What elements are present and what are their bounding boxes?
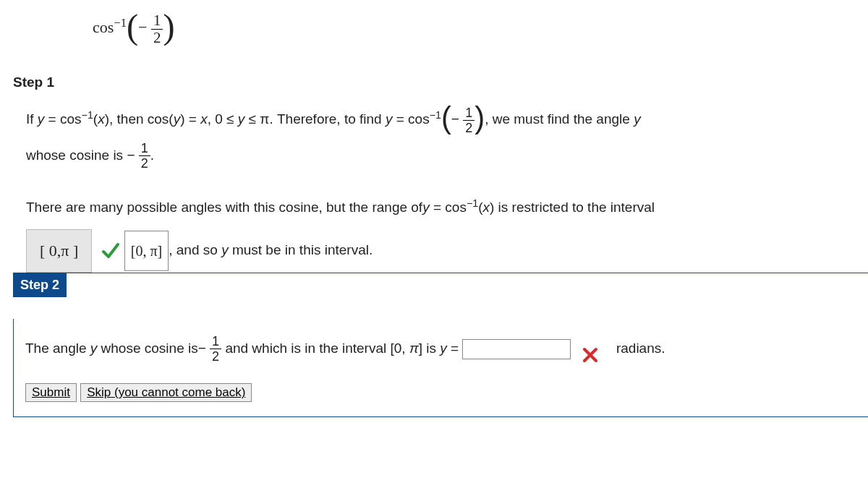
step1-body: If y = cos−1(x), then cos(y) = x, 0 ≤ y … [26, 103, 868, 273]
x-icon [582, 347, 598, 363]
func-exponent: −1 [114, 16, 127, 30]
answer-input[interactable] [462, 339, 571, 359]
units-label: radians. [616, 341, 665, 356]
student-answer-box: [ 0,π ] [26, 229, 92, 273]
neg-sign: − [138, 18, 151, 36]
fraction-half: 12 [151, 13, 163, 46]
rparen: ) [163, 18, 174, 35]
check-icon [101, 241, 121, 261]
step2-label: Step 2 [13, 273, 67, 297]
submit-button[interactable]: Submit [25, 383, 77, 402]
problem-expression: cos−1(− 12) [93, 13, 868, 46]
correct-answer-box: [0, π] [124, 231, 169, 271]
step2-panel: The angle y whose cosine is− 12 and whic… [13, 319, 868, 417]
step1-label: Step 1 [13, 74, 868, 90]
func-prefix: cos [93, 18, 114, 36]
skip-button[interactable]: Skip (you cannot come back) [80, 383, 252, 402]
lparen: ( [127, 18, 138, 35]
